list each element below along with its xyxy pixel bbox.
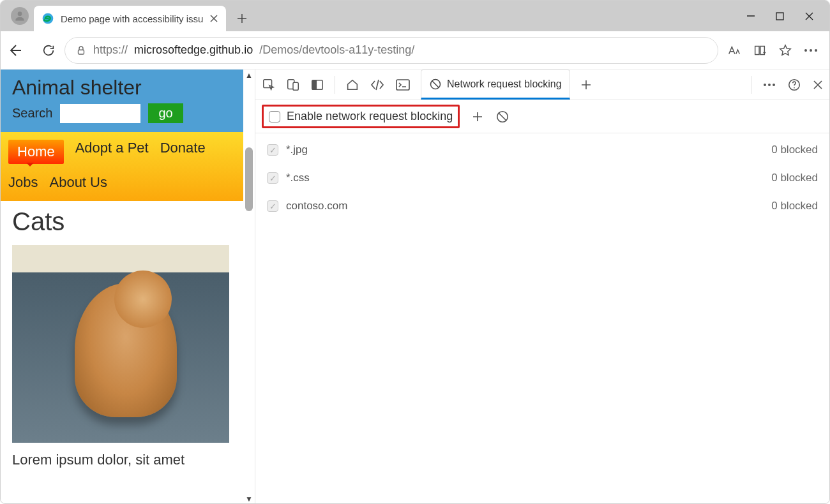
svg-rect-7 (264, 79, 272, 87)
rule-pattern: *.jpg (286, 144, 308, 156)
back-button[interactable] (7, 43, 22, 58)
svg-rect-2 (776, 13, 783, 20)
device-icon (286, 78, 300, 92)
svg-point-14 (764, 84, 766, 86)
window-titlebar: Demo page with accessibility issu (1, 1, 829, 31)
blocking-toolbar: Enable network request blocking (255, 100, 829, 133)
close-tab-button[interactable] (209, 14, 218, 23)
user-icon (13, 10, 26, 22)
address-bar[interactable]: https://microsoftedge.github.io/Demos/de… (64, 37, 718, 64)
search-label: Search (12, 106, 52, 121)
enable-blocking-toggle[interactable]: Enable network request blocking (262, 105, 460, 128)
rule-count: 0 blocked (771, 200, 818, 212)
scroll-thumb[interactable] (245, 147, 253, 211)
rules-list: *.jpg 0 blocked *.css 0 blocked contoso.… (255, 133, 829, 223)
svg-point-4 (804, 49, 807, 52)
more-icon (763, 83, 776, 87)
maximize-button[interactable] (776, 12, 784, 20)
device-toggle-button[interactable] (286, 78, 300, 92)
checkbox-icon (269, 111, 280, 122)
scroll-down-icon: ▼ (244, 493, 254, 504)
devtools-more-button[interactable] (763, 83, 776, 87)
more-icon (804, 48, 818, 52)
devtools-panel: Network request blocking Enable network … (255, 70, 829, 504)
search-input[interactable] (60, 104, 140, 123)
checkbox-icon (267, 200, 278, 212)
help-icon (787, 78, 801, 92)
svg-point-15 (768, 84, 771, 86)
rule-count: 0 blocked (771, 144, 818, 156)
edge-icon (42, 12, 54, 25)
browser-toolbar: https://microsoftedge.github.io/Demos/de… (1, 31, 829, 70)
main-content: Animal shelter Search go Home Adopt a Pe… (1, 70, 829, 504)
site-title: Animal shelter (12, 76, 232, 100)
tab-title: Demo page with accessibility issu (61, 13, 203, 24)
site-nav: Home Adopt a Pet Donate Jobs About Us (1, 132, 243, 201)
inspect-button[interactable] (262, 78, 276, 92)
section-heading: Cats (12, 207, 232, 236)
rule-pattern: *.css (286, 172, 310, 184)
svg-point-18 (794, 87, 795, 88)
enable-label: Enable network request blocking (287, 110, 453, 123)
nav-home[interactable]: Home (8, 140, 64, 164)
clear-patterns-button[interactable] (495, 110, 509, 124)
network-blocking-tab[interactable]: Network request blocking (421, 70, 570, 100)
block-icon (429, 78, 442, 91)
add-pattern-button[interactable] (471, 110, 484, 123)
inspect-icon (262, 78, 276, 92)
home-icon (345, 78, 359, 92)
read-aloud-button[interactable] (727, 43, 741, 57)
new-tab-button[interactable] (236, 13, 248, 24)
profile-avatar[interactable] (11, 7, 29, 25)
block-icon (495, 110, 509, 124)
rule-row[interactable]: *.css 0 blocked (255, 164, 829, 192)
nav-adopt[interactable]: Adopt a Pet (75, 140, 149, 164)
minimize-button[interactable] (746, 11, 755, 20)
svg-point-6 (815, 49, 817, 52)
favorite-button[interactable] (778, 43, 792, 57)
page-header: Animal shelter Search go (1, 70, 243, 132)
add-tab-button[interactable] (580, 79, 592, 91)
close-icon (804, 11, 814, 21)
text-size-icon (727, 43, 741, 57)
svg-point-0 (18, 11, 22, 16)
close-window-button[interactable] (804, 11, 814, 21)
svg-rect-9 (293, 82, 298, 90)
devtools-help-button[interactable] (787, 78, 801, 92)
refresh-icon (42, 43, 56, 57)
book-icon (753, 43, 767, 57)
lock-icon (75, 45, 87, 56)
plus-icon (580, 79, 592, 91)
page-viewport: Animal shelter Search go Home Adopt a Pe… (1, 70, 255, 504)
code-icon (370, 78, 385, 92)
nav-jobs[interactable]: Jobs (8, 174, 38, 191)
cat-image (12, 245, 229, 443)
rule-count: 0 blocked (771, 172, 818, 184)
console-tab[interactable] (395, 78, 411, 92)
maximize-icon (776, 12, 784, 20)
rule-row[interactable]: *.jpg 0 blocked (255, 136, 829, 164)
browser-tab[interactable]: Demo page with accessibility issu (34, 6, 226, 31)
nav-donate[interactable]: Donate (160, 140, 206, 164)
svg-point-16 (773, 84, 775, 86)
page-scrollbar[interactable]: ▲ ▼ (243, 70, 255, 504)
dock-button[interactable] (310, 78, 324, 92)
nav-about[interactable]: About Us (49, 174, 107, 191)
refresh-button[interactable] (42, 43, 56, 57)
go-button[interactable]: go (148, 103, 183, 123)
arrow-left-icon (7, 43, 22, 58)
settings-menu-button[interactable] (804, 48, 818, 52)
devtools-close-button[interactable] (813, 80, 823, 90)
url-prefix: https:// (93, 43, 128, 57)
elements-tab[interactable] (370, 78, 385, 92)
welcome-tab[interactable] (345, 78, 359, 92)
checkbox-icon (267, 172, 278, 184)
svg-rect-11 (312, 80, 317, 89)
console-icon (395, 78, 411, 92)
tab-label: Network request blocking (447, 78, 562, 90)
svg-rect-12 (396, 80, 409, 90)
rule-row[interactable]: contoso.com 0 blocked (255, 192, 829, 220)
reading-view-button[interactable] (753, 43, 767, 57)
plus-icon (471, 110, 484, 123)
body-text: Lorem ipsum dolor, sit amet (12, 452, 232, 468)
